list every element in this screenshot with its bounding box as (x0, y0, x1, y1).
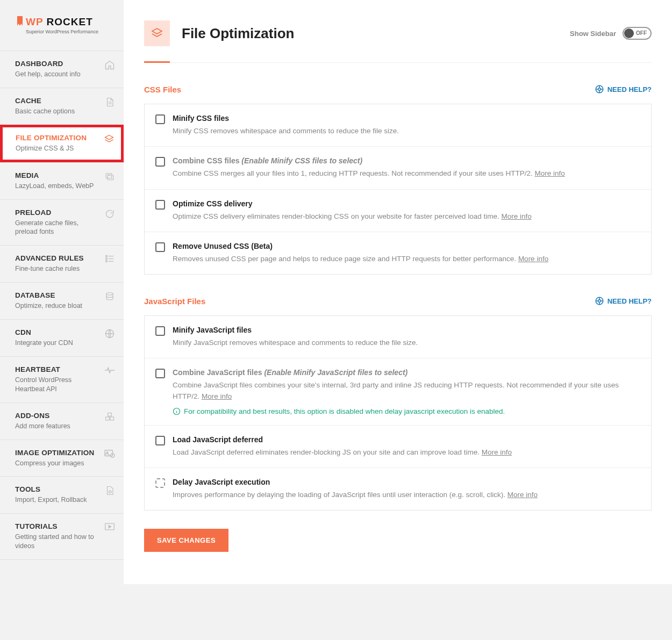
sidebar-item-file-optimization[interactable]: FILE OPTIMIZATIONOptimize CSS & JS (0, 125, 124, 162)
sidebar-item-media[interactable]: MEDIALazyLoad, embeds, WebP (0, 162, 124, 199)
sidebar-item-advanced-rules[interactable]: ADVANCED RULESFine-tune cache rules (0, 245, 124, 282)
svg-rect-8 (106, 258, 107, 259)
js-section-title: JavaScript Files (144, 297, 205, 306)
info-icon (173, 407, 181, 415)
nav-item-title: ADD-ONS (15, 412, 100, 420)
sidebar-nav: DASHBOARDGet help, account infoCACHEBasi… (0, 51, 124, 560)
more-info-link[interactable]: More info (502, 212, 532, 220)
need-help-link[interactable]: NEED HELP? (595, 84, 652, 94)
sidebar-item-tutorials[interactable]: TUTORIALSGetting started and how to vide… (0, 513, 124, 560)
more-info-link[interactable]: More info (507, 491, 538, 499)
more-info-link[interactable]: More info (202, 392, 232, 400)
list-icon (103, 254, 116, 263)
svg-rect-16 (110, 417, 114, 420)
nav-item-title: TUTORIALS (15, 522, 100, 530)
svg-rect-15 (106, 417, 110, 420)
option-row: Delay JavaScript executionImproves perfo… (145, 468, 651, 510)
nav-item-title: DASHBOARD (15, 60, 100, 68)
svg-marker-23 (152, 28, 162, 34)
nav-item-title: FILE OPTIMIZATION (16, 134, 99, 142)
more-info-link[interactable]: More info (518, 255, 548, 263)
show-sidebar-toggle[interactable]: Show Sidebar OFF (570, 27, 652, 40)
option-title: Minify CSS files (173, 114, 640, 123)
sidebar-item-dashboard[interactable]: DASHBOARDGet help, account info (0, 51, 124, 88)
page-header: File Optimization Show Sidebar OFF (144, 20, 652, 63)
sidebar-item-cache[interactable]: CACHEBasic cache options (0, 88, 124, 125)
js-section: JavaScript Files NEED HELP? Minify JavaS… (144, 296, 652, 510)
images-icon (103, 171, 116, 181)
video-icon (103, 522, 116, 531)
sidebar-item-add-ons[interactable]: ADD-ONSAdd more features (0, 402, 124, 440)
checkbox[interactable] (155, 242, 165, 252)
need-help-link[interactable]: NEED HELP? (595, 296, 652, 306)
nav-item-title: CDN (15, 328, 100, 336)
nav-item-sub: Getting started and how to videos (15, 533, 100, 551)
checkbox[interactable] (155, 478, 165, 488)
css-panel: Minify CSS filesMinify CSS removes white… (144, 104, 652, 275)
checkbox[interactable] (155, 369, 165, 378)
option-desc: Load JavaScript deferred eliminates rend… (173, 447, 640, 458)
option-desc: Removes unused CSS per page and helps to… (173, 254, 640, 264)
nav-item-title: MEDIA (15, 171, 100, 179)
option-row: Optimize CSS deliveryOptimize CSS delive… (145, 189, 651, 232)
option-row: Combine JavaScript files (Enable Minify … (145, 358, 651, 425)
more-info-link[interactable]: More info (535, 169, 565, 177)
checkbox[interactable] (155, 326, 165, 336)
nav-item-sub: Import, Export, Rollback (15, 495, 100, 505)
nav-item-title: DATABASE (15, 291, 100, 299)
toggle-switch[interactable]: OFF (623, 27, 652, 40)
nav-item-sub: Add more features (15, 422, 100, 431)
sidebar-item-tools[interactable]: TOOLSImport, Export, Rollback (0, 476, 124, 513)
nav-item-title: IMAGE OPTIMIZATION (15, 449, 100, 457)
option-title: Combine CSS files (Enable Minify CSS fil… (173, 156, 640, 165)
svg-point-20 (109, 491, 112, 493)
nav-item-title: ADVANCED RULES (15, 254, 100, 262)
option-desc: Minify JavaScript removes whitespace and… (173, 337, 640, 348)
brand-wp: WP (26, 16, 43, 27)
option-row: Minify CSS filesMinify CSS removes white… (145, 104, 651, 146)
nav-item-sub: Optimize CSS & JS (16, 144, 99, 153)
sidebar-item-heartbeat[interactable]: HEARTBEATControl WordPress Heartbeat API (0, 356, 124, 402)
sidebar: WP ROCKET Superior WordPress Performance… (0, 0, 124, 584)
more-info-link[interactable]: More info (482, 448, 512, 456)
checkbox[interactable] (155, 436, 165, 445)
nav-item-sub: LazyLoad, embeds, WebP (15, 182, 100, 191)
svg-marker-22 (109, 526, 111, 528)
svg-point-31 (598, 300, 600, 303)
sidebar-item-image-optimization[interactable]: IMAGE OPTIMIZATIONCompress your images (0, 440, 124, 477)
nav-item-sub: Optimize, reduce bloat (15, 301, 100, 311)
sidebar-item-database[interactable]: DATABASEOptimize, reduce bloat (0, 282, 124, 319)
option-row: Load JavaScript deferredLoad JavaScript … (145, 425, 651, 468)
svg-point-12 (106, 293, 113, 296)
option-title: Minify JavaScript files (173, 326, 640, 334)
option-desc: Combine CSS merges all your files into 1… (173, 168, 640, 179)
option-row: Minify JavaScript filesMinify JavaScript… (145, 316, 651, 358)
nav-item-title: PRELOAD (15, 208, 100, 217)
svg-rect-6 (106, 256, 107, 257)
nav-item-sub: Basic cache options (15, 107, 100, 116)
refresh-icon (103, 208, 116, 219)
file-icon (103, 97, 116, 107)
option-row: Remove Unused CSS (Beta)Removes unused C… (145, 232, 651, 274)
help-icon (595, 84, 604, 94)
option-title: Load JavaScript deferred (173, 435, 640, 444)
image-compress-icon (103, 449, 116, 458)
brand-rocket: ROCKET (47, 16, 93, 27)
option-desc: Optimize CSS delivery eliminates render-… (173, 211, 640, 222)
checkbox[interactable] (155, 114, 165, 124)
option-title: Remove Unused CSS (Beta) (173, 242, 640, 250)
js-panel: Minify JavaScript filesMinify JavaScript… (144, 315, 652, 510)
page-title: File Optimization (182, 25, 294, 42)
checkbox[interactable] (155, 200, 165, 210)
sidebar-item-preload[interactable]: PRELOADGenerate cache files, preload fon… (0, 199, 124, 246)
option-title: Delay JavaScript execution (173, 478, 640, 486)
sidebar-item-cdn[interactable]: CDNIntegrate your CDN (0, 319, 124, 356)
nav-item-sub: Integrate your CDN (15, 339, 100, 348)
save-button[interactable]: SAVE CHANGES (144, 529, 228, 552)
heartbeat-icon (103, 365, 116, 375)
nav-item-sub: Control WordPress Heartbeat API (15, 376, 100, 394)
css-section: CSS Files NEED HELP? Minify CSS filesMin… (144, 84, 652, 275)
option-title: Optimize CSS delivery (173, 199, 640, 208)
show-sidebar-label: Show Sidebar (570, 30, 616, 38)
checkbox[interactable] (155, 157, 165, 167)
